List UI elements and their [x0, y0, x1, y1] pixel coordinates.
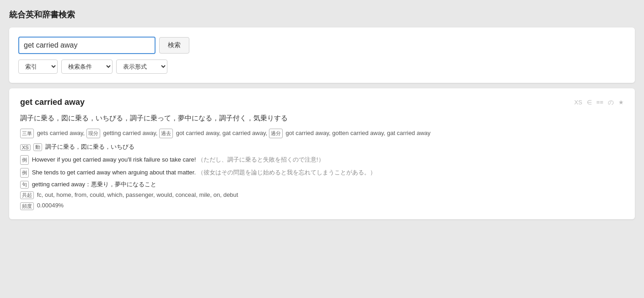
grid-action[interactable]: ≡≡: [596, 99, 603, 106]
example-en-1: However if you get carried away you'll r…: [32, 156, 198, 163]
genzai-text: getting carried away,: [103, 130, 157, 136]
pos-meaning: 調子に乗る，図に乗る，いちびる: [45, 143, 134, 150]
example-badge-1: 例: [20, 155, 29, 165]
conjugation-row: 三単 gets carried away, 現分 getting carried…: [20, 128, 624, 138]
search-input[interactable]: [18, 37, 156, 54]
filter-row: 索引 検索条件 表示形式: [18, 60, 626, 74]
search-container: 検索 索引 検索条件 表示形式: [9, 27, 635, 83]
cooccur-badge: 共起: [20, 191, 34, 199]
kakobun-text: got carried away, gotten carried away, g…: [286, 130, 431, 136]
phrase-text: getting carried away：悪乗り，夢中になること: [32, 181, 156, 188]
kakobun-badge: 過分: [269, 129, 283, 138]
pos-doshi-badge: 動: [33, 143, 42, 151]
page-title: 統合英和辞書検索: [9, 9, 635, 20]
freq-row: 頻度 0.00049%: [20, 202, 624, 210]
kako-text: got carried away, gat carried away,: [176, 130, 268, 136]
phrase-badge: 句: [20, 181, 29, 189]
kako-badge: 過去: [159, 129, 173, 138]
phrase-row: 句 getting carried away：悪乗り，夢中になること: [20, 180, 624, 189]
sansingle-text: gets carried away,: [37, 130, 85, 136]
example-badge-2: 例: [20, 168, 29, 178]
condition-select[interactable]: 検索条件: [61, 60, 113, 74]
star-action[interactable]: ★: [618, 99, 624, 106]
e-action[interactable]: ∈: [587, 99, 592, 106]
display-select[interactable]: 表示形式: [116, 60, 167, 74]
pos-row: XS 動 調子に乗る，図に乗る，いちびる: [20, 143, 624, 151]
search-row: 検索: [18, 37, 626, 54]
result-title: get carried away: [20, 98, 85, 107]
sansingle-badge: 三単: [20, 129, 34, 138]
loop-action[interactable]: の: [608, 98, 614, 107]
xs-action[interactable]: XS: [574, 99, 582, 106]
freq-value: 0.00049%: [37, 202, 64, 209]
freq-badge: 頻度: [20, 202, 34, 210]
example-jp-1: （ただし、調子に乗ると失敗を招くので注意!）: [198, 156, 324, 163]
pos-xs-badge: XS: [20, 144, 31, 151]
result-header: get carried away XS ∈ ≡≡ の ★: [20, 98, 624, 107]
index-select[interactable]: 索引: [18, 60, 58, 74]
result-actions: XS ∈ ≡≡ の ★: [574, 98, 624, 107]
meaning-main: 調子に乗る，図に乗る，いちびる，調子に乗って，夢中になる，調子付く，気乗りする: [20, 113, 624, 124]
example-jp-2: （彼女はその問題を論じ始めると我を忘れてしまうことがある。）: [198, 169, 376, 176]
example-row-1: 例 However if you get carried away you'll…: [20, 155, 624, 165]
result-container: get carried away XS ∈ ≡≡ の ★ 調子に乗る，図に乗る，…: [9, 88, 635, 219]
genzai-badge: 現分: [86, 129, 100, 138]
cooccur-text: fc, out, home, from, could, which, passe…: [37, 191, 238, 198]
search-button[interactable]: 検索: [159, 37, 189, 54]
cooccur-row: 共起 fc, out, home, from, could, which, pa…: [20, 191, 624, 199]
example-row-2: 例 She tends to get carried away when arg…: [20, 168, 624, 178]
example-en-2: She tends to get carried away when argui…: [32, 169, 198, 176]
